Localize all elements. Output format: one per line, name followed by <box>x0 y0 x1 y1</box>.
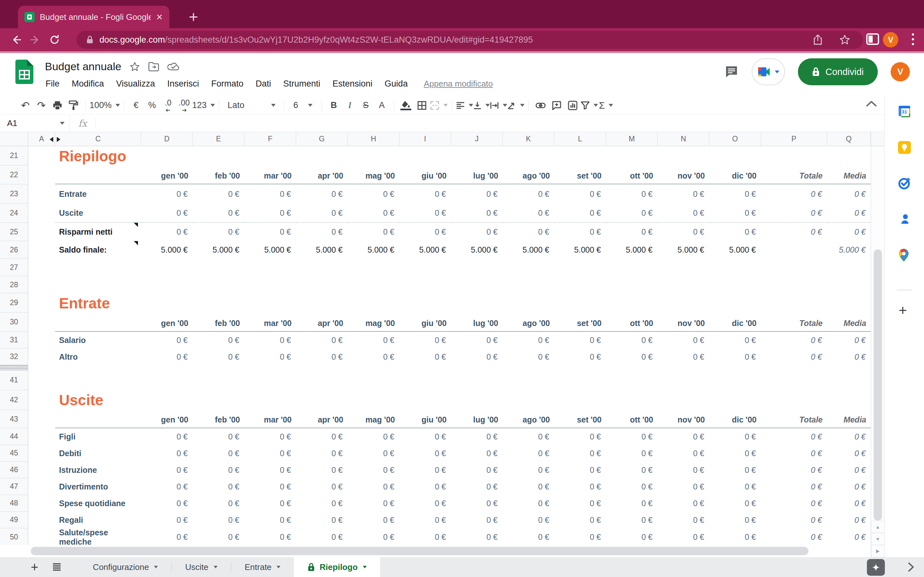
cell[interactable]: 0 € <box>141 478 193 495</box>
menu-inserisci[interactable]: Inserisci <box>167 79 199 89</box>
menu-dati[interactable]: Dati <box>256 79 271 89</box>
sheet-tab-riepilogo[interactable]: Riepilogo <box>294 557 380 577</box>
column-header-M[interactable]: M <box>606 132 658 146</box>
column-header-K[interactable]: K <box>503 132 554 146</box>
cell[interactable] <box>28 241 55 259</box>
cell[interactable]: 0 € <box>399 495 451 512</box>
cell[interactable]: Saldo finale: <box>55 241 141 259</box>
cell[interactable]: 5.000 € <box>554 241 606 259</box>
cell[interactable]: 0 € <box>141 462 193 478</box>
cell[interactable]: Salario <box>55 332 141 348</box>
cell[interactable]: Divertimento <box>55 478 141 495</box>
borders-button[interactable] <box>414 98 430 113</box>
row-header-32[interactable]: 32 <box>0 348 28 365</box>
cell[interactable]: 0 € <box>761 184 827 203</box>
column-header-N[interactable]: N <box>658 132 709 146</box>
cell[interactable]: apr '00 <box>296 410 348 428</box>
cell[interactable]: 0 € <box>658 203 709 223</box>
browser-tab[interactable]: Budget annuale - Fogli Google <box>18 6 170 28</box>
cell[interactable]: 0 € <box>503 203 554 223</box>
cell[interactable]: 5.000 € <box>348 241 399 259</box>
meet-button[interactable] <box>752 58 785 85</box>
cell[interactable]: lug '00 <box>451 313 503 332</box>
cell[interactable]: Riepilogo <box>55 146 871 165</box>
cell[interactable] <box>28 512 55 528</box>
cell[interactable]: 0 € <box>296 528 348 545</box>
cell[interactable] <box>28 313 55 332</box>
cell[interactable]: 0 € <box>193 445 244 462</box>
row-header-41[interactable]: 41 <box>0 370 28 390</box>
cell[interactable]: 0 € <box>658 528 709 545</box>
cell[interactable]: 0 € <box>296 348 348 365</box>
sheet-tab-entrate[interactable]: Entrate <box>231 557 294 577</box>
column-header-A[interactable]: A <box>28 132 55 146</box>
cell[interactable]: 0 € <box>606 495 658 512</box>
fill-color-button[interactable] <box>398 98 414 113</box>
cell[interactable]: 5.000 € <box>451 241 503 259</box>
row-header-22[interactable]: 22 <box>0 165 28 184</box>
horizontal-scrollbar-thumb[interactable] <box>31 547 809 555</box>
cell[interactable]: 0 € <box>554 512 606 528</box>
cell[interactable]: lug '00 <box>451 165 503 184</box>
google-keep-icon[interactable] <box>897 140 911 155</box>
cell[interactable]: ott '00 <box>606 165 658 184</box>
cell[interactable] <box>28 203 55 223</box>
cell[interactable]: 0 € <box>244 495 296 512</box>
cell[interactable]: 0 € <box>348 462 399 478</box>
cell[interactable]: 0 € <box>399 478 451 495</box>
cell[interactable]: 0 € <box>296 203 348 223</box>
cell[interactable]: Media <box>827 165 871 184</box>
cell[interactable] <box>28 390 55 410</box>
cell[interactable]: 0 € <box>244 184 296 203</box>
text-color-button[interactable]: A <box>374 98 390 113</box>
cell[interactable]: 0 € <box>193 462 244 478</box>
cell[interactable]: Uscite <box>55 203 141 223</box>
cell[interactable]: 5.000 € <box>606 241 658 259</box>
column-header-L[interactable]: L <box>554 132 606 146</box>
cell[interactable]: 0 € <box>451 184 503 203</box>
cell[interactable]: 0 € <box>451 223 503 241</box>
cell[interactable]: 0 € <box>141 445 193 462</box>
cell[interactable]: nov '00 <box>658 165 709 184</box>
formula-input[interactable] <box>95 115 924 132</box>
column-header-G[interactable]: G <box>296 132 348 146</box>
cell[interactable]: ott '00 <box>606 410 658 428</box>
cell[interactable]: lug '00 <box>451 410 503 428</box>
cell[interactable]: 0 € <box>451 512 503 528</box>
star-document-icon[interactable] <box>129 61 140 72</box>
cell[interactable]: Altro <box>55 348 141 365</box>
cell[interactable]: 0 € <box>827 203 871 223</box>
cell[interactable]: 5.000 € <box>709 241 761 259</box>
cell[interactable]: 0 € <box>658 223 709 241</box>
cell[interactable]: 0 € <box>709 478 761 495</box>
cell[interactable]: set '00 <box>554 313 606 332</box>
increase-decimals-button[interactable]: .00 <box>176 98 192 113</box>
cell[interactable]: 0 € <box>296 462 348 478</box>
cell[interactable]: 0 € <box>348 332 399 348</box>
back-icon[interactable] <box>6 34 26 45</box>
cell[interactable]: 0 € <box>761 203 827 223</box>
cell[interactable]: 0 € <box>503 348 554 365</box>
cell[interactable]: Istruzione <box>55 462 141 478</box>
cell[interactable]: mar '00 <box>244 313 296 332</box>
cell[interactable]: 0 € <box>193 184 244 203</box>
filter-icon[interactable] <box>581 98 598 113</box>
cell[interactable]: 0 € <box>827 528 871 545</box>
select-all-corner[interactable] <box>0 132 28 146</box>
cell[interactable]: 0 € <box>399 462 451 478</box>
cell[interactable]: mar '00 <box>244 410 296 428</box>
insert-chart-icon[interactable] <box>565 98 581 113</box>
unhide-column-right-icon[interactable] <box>57 137 60 142</box>
cell[interactable]: 0 € <box>296 445 348 462</box>
cell[interactable]: giu '00 <box>399 410 451 428</box>
browser-menu-icon[interactable] <box>912 33 914 45</box>
cell[interactable]: mag '00 <box>348 410 399 428</box>
cell[interactable]: 5.000 € <box>193 241 244 259</box>
google-tasks-icon[interactable] <box>897 176 911 190</box>
cell[interactable]: 0 € <box>606 223 658 241</box>
cell[interactable]: dic '00 <box>709 165 761 184</box>
cell[interactable]: 0 € <box>761 332 827 348</box>
row-header-43[interactable]: 43 <box>0 410 28 428</box>
cell[interactable]: 0 € <box>606 478 658 495</box>
last-edit-status[interactable]: Appena modificato <box>424 79 493 89</box>
